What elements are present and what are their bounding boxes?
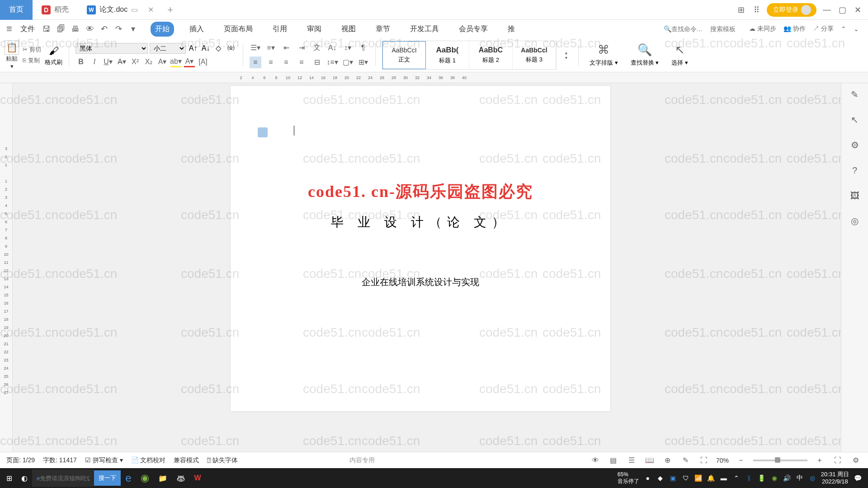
zoom-level[interactable]: 70% — [716, 457, 729, 464]
tab-member[interactable]: 会员专享 — [454, 22, 492, 37]
tab-insert[interactable]: 插入 — [185, 22, 208, 37]
font-color-icon[interactable]: A▾ — [184, 56, 195, 67]
save-icon[interactable]: 🖫 — [40, 23, 53, 35]
tray-icon-4[interactable]: ▬ — [720, 474, 728, 482]
pencil-icon[interactable]: ✎ — [848, 88, 862, 101]
font-name-select[interactable]: 黑体 — [75, 43, 148, 54]
number-list-icon[interactable]: ≡▾ — [265, 42, 277, 54]
close-icon[interactable]: ✕ — [853, 5, 863, 15]
missing-font-button[interactable]: ⍰ 缺失字体 — [207, 456, 238, 465]
align-justify-icon[interactable]: ≡ — [296, 56, 307, 68]
annotation-icon[interactable]: ✎ — [680, 455, 692, 466]
increase-font-icon[interactable]: A↑ — [188, 43, 198, 54]
highlight-icon[interactable]: ab▾ — [170, 56, 181, 67]
tab-add-icon[interactable]: + — [167, 4, 173, 16]
char-border-icon[interactable]: [A] — [198, 56, 208, 67]
collab-button[interactable]: 👥 协作 — [783, 25, 806, 33]
tab-start[interactable]: 开始 — [151, 22, 174, 37]
tray-icon-5[interactable]: ◉ — [770, 474, 778, 482]
tray-icon-2[interactable]: ◆ — [656, 474, 665, 482]
command-search[interactable]: 🔍 — [664, 25, 703, 33]
sort-icon[interactable]: ↕▾ — [342, 42, 354, 54]
ime-indicator[interactable]: 中 — [796, 474, 804, 482]
document-page[interactable]: code51. cn-源码乐园盗图必究 毕 业 设 计（论 文） 企业在线培训系… — [231, 86, 610, 411]
clear-format-icon[interactable]: ◇ — [213, 43, 224, 54]
sync-button[interactable]: ☁ 未同步 — [749, 25, 776, 33]
reading-view-icon[interactable]: 📖 — [644, 455, 656, 466]
tab-window-icon[interactable]: ▭ — [131, 5, 138, 14]
select-button[interactable]: ↖选择 ▾ — [667, 43, 693, 67]
tab-more[interactable]: 推 — [503, 22, 519, 37]
tab-view[interactable]: 视图 — [337, 22, 360, 37]
zoom-in-icon[interactable]: + — [814, 455, 826, 466]
fit-page-icon[interactable]: ⛶ — [698, 455, 710, 466]
paste-button[interactable]: 📋 粘贴 ▾ — [5, 40, 19, 70]
zoom-out-icon[interactable]: − — [735, 455, 747, 466]
battery-icon[interactable]: 🔋 — [758, 474, 766, 482]
zoom-slider[interactable] — [753, 460, 807, 461]
page-view-icon[interactable]: ▤ — [608, 455, 619, 466]
horizontal-ruler[interactable]: 246810121416182022242628303234363840 — [0, 72, 868, 83]
decrease-font-icon[interactable]: A↓ — [200, 43, 211, 54]
template-search[interactable] — [710, 25, 742, 33]
help-icon[interactable]: ? — [848, 164, 862, 177]
action-center-icon[interactable]: 💬 — [854, 474, 862, 482]
hamburger-icon[interactable]: ≡ — [4, 23, 15, 35]
copy-button[interactable]: ⎘ 复制 — [23, 56, 41, 65]
tab-close-icon[interactable]: ✕ — [148, 5, 154, 14]
cut-button[interactable]: ✂ 剪切 — [23, 46, 41, 54]
bullet-list-icon[interactable]: ☰▾ — [250, 42, 261, 54]
minimize-icon[interactable]: — — [822, 5, 832, 15]
eye-icon[interactable]: 👁 — [590, 455, 601, 466]
borders-icon[interactable]: ⊞▾ — [357, 56, 369, 68]
undo-icon[interactable]: ↶ — [98, 23, 111, 35]
taskbar-search[interactable]: e — [32, 469, 94, 487]
word-count[interactable]: 字数: 11417 — [43, 456, 77, 465]
strikethrough-icon[interactable]: A̶▾ — [116, 56, 127, 67]
clock[interactable]: 20:31 周日2022/9/18 — [821, 471, 849, 485]
collapse-ribbon-icon[interactable]: ⌃ — [841, 25, 846, 33]
subscript-icon[interactable]: X₂ — [143, 56, 154, 67]
underline-icon[interactable]: U▾ — [103, 56, 113, 67]
line-spacing-icon[interactable]: ↕≡▾ — [326, 56, 338, 68]
tray-icon-1[interactable]: ● — [644, 474, 652, 482]
redo-icon[interactable]: ↷ — [113, 23, 125, 35]
tray-icon-6[interactable]: ◎ — [808, 474, 816, 482]
save-as-icon[interactable]: 🗐 — [55, 23, 67, 35]
fullscreen-icon[interactable]: ⛶ — [832, 455, 844, 466]
italic-icon[interactable]: I — [89, 56, 100, 67]
settings-icon[interactable]: ⚙ — [850, 455, 862, 466]
wifi-icon[interactable]: 📶 — [694, 474, 703, 482]
login-button[interactable]: 立即登录 — [767, 3, 816, 17]
share-button[interactable]: ↗ 分享 — [813, 25, 834, 33]
increase-indent-icon[interactable]: ⇥ — [296, 42, 307, 54]
shield-icon[interactable]: 🛡 — [682, 474, 690, 482]
tab-doke[interactable]: D 稻壳 — [33, 0, 78, 20]
style-heading3[interactable]: AaBbCcl标题 3 — [513, 41, 556, 69]
select-tool-icon[interactable]: ↖ — [848, 113, 862, 127]
text-effects-icon[interactable]: A▾ — [157, 56, 168, 67]
asian-layout-icon[interactable]: 文 — [311, 42, 323, 54]
tray-icon-3[interactable]: ▣ — [669, 474, 677, 482]
chevron-up-icon[interactable]: ⌃ — [732, 474, 741, 482]
tab-document[interactable]: W 论文.doc ▭ ✕ — [78, 0, 163, 20]
decrease-indent-icon[interactable]: ⇤ — [280, 42, 292, 54]
volume-icon[interactable]: 🔊 — [783, 474, 791, 482]
tab-home[interactable]: 首页 — [0, 0, 33, 20]
qat-dropdown-icon[interactable]: ▾ — [127, 23, 140, 35]
taskbar-search-button[interactable]: 搜一下 — [94, 470, 121, 486]
tab-dev-tools[interactable]: 开发工具 — [406, 22, 443, 37]
ie-icon[interactable]: e — [121, 468, 136, 488]
align-right-icon[interactable]: ≡ — [280, 56, 292, 68]
browser-icon[interactable]: ◉ — [136, 468, 154, 488]
web-view-icon[interactable]: ⊕ — [662, 455, 674, 466]
align-left-icon[interactable]: ≡ — [250, 56, 261, 68]
file-menu[interactable]: 文件 — [17, 24, 38, 34]
vertical-ruler[interactable]: 3211234567891011121314151617181920212223… — [0, 83, 13, 466]
superscript-icon[interactable]: X² — [130, 56, 141, 67]
style-body[interactable]: AaBbCcI正文 — [382, 41, 426, 69]
font-size-select[interactable]: 小二 — [150, 43, 186, 54]
start-button[interactable]: ⊞ — [2, 468, 17, 488]
spell-check-button[interactable]: ☑ 拼写检查 ▾ — [85, 456, 123, 465]
bluetooth-icon[interactable]: ᛒ — [745, 474, 753, 482]
